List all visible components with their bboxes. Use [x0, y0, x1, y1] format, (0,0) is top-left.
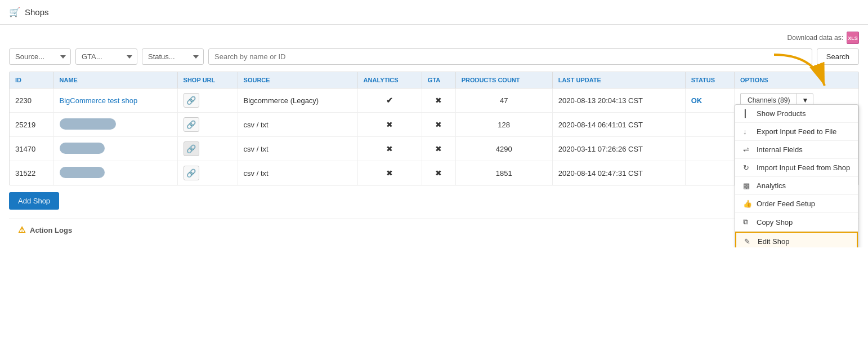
- cell-last-update: 2020-08-13 20:04:13 CST: [552, 88, 685, 113]
- menu-label: Analytics: [757, 181, 786, 190]
- x-mark: ✖: [386, 120, 393, 129]
- cell-products-count: 4290: [455, 137, 552, 161]
- menu-item-analytics[interactable]: ▩ Analytics: [735, 177, 858, 195]
- cell-gta: ✖: [422, 161, 455, 185]
- table-wrapper: ID NAME SHOP URL SOURCE ANALYTICS GTA PR…: [9, 72, 859, 185]
- menu-label: Export Input Feed to File: [757, 127, 836, 136]
- cell-shop-url: 🔗: [177, 88, 238, 113]
- link-icon[interactable]: 🔗: [184, 93, 199, 108]
- check-mark: ✔: [386, 96, 393, 105]
- cell-name: [53, 137, 177, 161]
- menu-item-order-feed[interactable]: 👍 Order Feed Setup: [735, 195, 858, 213]
- cell-name: [53, 113, 177, 137]
- menu-item-copy-shop[interactable]: ⧉ Copy Shop: [735, 213, 858, 232]
- order-icon: 👍: [743, 199, 752, 208]
- download-row: Download data as: XLS: [9, 32, 859, 44]
- filter-row: Source... GTA... Status... Search: [9, 48, 859, 65]
- menu-item-internal-fields[interactable]: ⇌ Internal Fields: [735, 141, 858, 159]
- cell-last-update: 2020-08-14 02:47:31 CST: [552, 161, 685, 185]
- menu-label: Order Feed Setup: [757, 199, 815, 208]
- x-mark: ✖: [386, 144, 393, 153]
- options-dropdown-menu: ┃ Show Products ↓ Export Input Feed to F…: [735, 104, 858, 247]
- cell-source: csv / txt: [238, 161, 357, 185]
- cart-icon: 🛒: [9, 7, 20, 17]
- edit-icon: ✎: [744, 237, 753, 246]
- cell-id: 25219: [10, 113, 53, 137]
- analytics-icon: ▩: [743, 181, 752, 190]
- cell-last-update: 2020-08-14 06:41:01 CST: [552, 113, 685, 137]
- link-icon-disabled[interactable]: 🔗: [184, 141, 199, 156]
- menu-item-import-feed[interactable]: ↻ Import Input Feed from Shop: [735, 159, 858, 177]
- cell-id: 31470: [10, 137, 53, 161]
- cell-name: [53, 161, 177, 185]
- list-icon: ┃: [743, 109, 752, 118]
- blurred-name: [60, 167, 105, 178]
- import-icon: ↻: [743, 163, 752, 172]
- col-source: SOURCE: [238, 72, 357, 88]
- shop-link[interactable]: BigCommerce test shop: [60, 96, 138, 105]
- cell-shop-url: 🔗: [177, 161, 238, 185]
- blurred-name: [60, 118, 116, 130]
- page-title: Shops: [25, 7, 49, 17]
- cell-source: Bigcommerce (Legacy): [238, 88, 357, 113]
- cell-options: Channels (89) ▼: [735, 88, 859, 113]
- gta-filter[interactable]: GTA...: [75, 48, 137, 65]
- cell-shop-url: 🔗: [177, 113, 238, 137]
- status-filter[interactable]: Status...: [142, 48, 204, 65]
- col-analytics: ANALYTICS: [357, 72, 422, 88]
- source-filter[interactable]: Source...: [9, 48, 71, 65]
- link-icon[interactable]: 🔗: [184, 117, 199, 132]
- cell-gta: ✖: [422, 137, 455, 161]
- download-label: Download data as:: [788, 34, 843, 42]
- link-icon[interactable]: 🔗: [184, 166, 199, 180]
- fields-icon: ⇌: [743, 145, 752, 154]
- cell-status: [685, 137, 734, 161]
- col-options: OPTIONS: [735, 72, 859, 88]
- col-id: ID: [10, 72, 53, 88]
- search-input[interactable]: [208, 48, 812, 65]
- menu-item-export-feed[interactable]: ↓ Export Input Feed to File: [735, 123, 858, 141]
- cell-products-count: 1851: [455, 161, 552, 185]
- table-row: 2230 BigCommerce test shop 🔗 Bigcommerce…: [10, 88, 858, 113]
- cell-id: 2230: [10, 88, 53, 113]
- cell-id: 31522: [10, 161, 53, 185]
- cell-name: BigCommerce test shop: [53, 88, 177, 113]
- cell-source: csv / txt: [238, 137, 357, 161]
- menu-label: Copy Shop: [757, 218, 793, 227]
- col-name: NAME: [53, 72, 177, 88]
- cell-source: csv / txt: [238, 113, 357, 137]
- page-header: 🛒 Shops: [0, 0, 868, 25]
- table-header-row: ID NAME SHOP URL SOURCE ANALYTICS GTA PR…: [10, 72, 858, 88]
- download-icon: ↓: [743, 127, 752, 136]
- blurred-name: [60, 143, 105, 154]
- x-mark: ✖: [435, 144, 442, 153]
- cell-status: [685, 113, 734, 137]
- copy-icon: ⧉: [743, 218, 752, 227]
- cell-last-update: 2020-03-11 07:26:26 CST: [552, 137, 685, 161]
- col-products-count: PRODUCTS COUNT: [455, 72, 552, 88]
- cell-analytics: ✔: [357, 88, 422, 113]
- x-mark: ✖: [435, 120, 442, 129]
- menu-label: Show Products: [757, 109, 806, 118]
- content-area: Download data as: XLS Source... GTA... S…: [0, 25, 868, 247]
- table-row: 31470 🔗 csv / txt ✖ ✖ 4290 2020-: [10, 137, 858, 161]
- cell-analytics: ✖: [357, 137, 422, 161]
- menu-item-show-products[interactable]: ┃ Show Products: [735, 105, 858, 123]
- status-ok: OK: [691, 96, 703, 105]
- x-mark: ✖: [386, 168, 393, 178]
- menu-label: Internal Fields: [757, 145, 803, 154]
- search-button[interactable]: Search: [817, 48, 859, 65]
- table-row: 31522 🔗 csv / txt ✖ ✖ 1851 2020-: [10, 161, 858, 185]
- cell-shop-url: 🔗: [177, 137, 238, 161]
- add-shop-button[interactable]: Add Shop: [9, 192, 59, 210]
- cell-analytics: ✖: [357, 113, 422, 137]
- menu-item-edit-shop[interactable]: ✎ Edit Shop: [735, 232, 858, 247]
- excel-icon[interactable]: XLS: [847, 32, 859, 44]
- shops-table: ID NAME SHOP URL SOURCE ANALYTICS GTA PR…: [10, 72, 858, 185]
- col-gta: GTA: [422, 72, 455, 88]
- cell-status: [685, 161, 734, 185]
- col-last-update: LAST UPDATE: [552, 72, 685, 88]
- action-logs-label: Action Logs: [30, 226, 72, 234]
- warning-icon: ⚠: [18, 225, 25, 235]
- action-logs-section: ⚠ Action Logs: [9, 219, 859, 241]
